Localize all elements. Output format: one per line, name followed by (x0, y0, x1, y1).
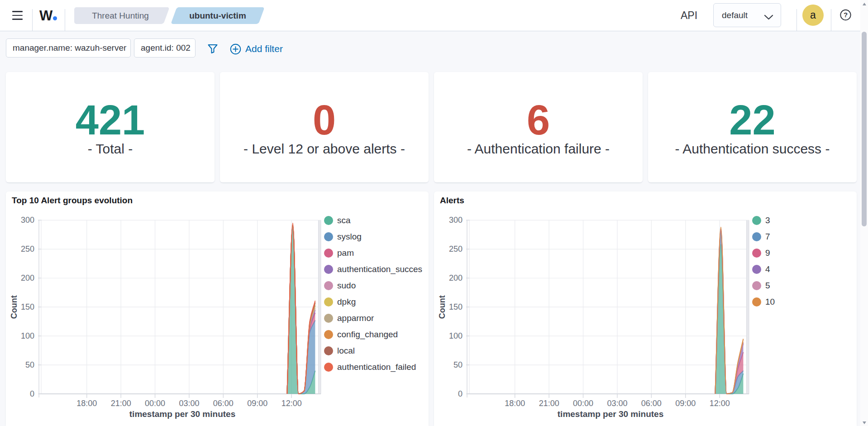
metric-card-auth-failure: 6 - Authentication failure - (434, 72, 643, 182)
legend-dot-icon (324, 363, 333, 372)
metric-label: - Level 12 or above alerts - (220, 141, 429, 157)
legend-label: sca (337, 215, 351, 225)
svg-text:100: 100 (21, 331, 34, 340)
legend-item-7[interactable]: 7 (752, 229, 770, 245)
svg-text:150: 150 (21, 302, 34, 311)
legend-item-sudo[interactable]: sudo (324, 278, 356, 294)
menu-icon[interactable] (10, 8, 25, 24)
svg-text:200: 200 (21, 273, 34, 282)
svg-text:0: 0 (30, 389, 34, 398)
legend-item-3[interactable]: 3 (752, 212, 770, 229)
svg-text:00:00: 00:00 (573, 399, 593, 408)
legend-item-sca[interactable]: sca (324, 212, 351, 229)
svg-text:18:00: 18:00 (505, 399, 525, 408)
legend-item-authentication_failed[interactable]: authentication_failed (324, 359, 416, 375)
scroll-down-icon[interactable] (863, 421, 866, 424)
legend-dot-icon (752, 216, 761, 225)
panel-title: Top 10 Alert groups evolution (12, 196, 133, 206)
add-filter-button[interactable]: Add filter (230, 43, 283, 55)
legend-item-apparmor[interactable]: apparmor (324, 310, 374, 326)
breadcrumb-threat-hunting[interactable]: Threat Hunting (74, 7, 167, 24)
svg-text:00:00: 00:00 (145, 399, 165, 408)
svg-text:300: 300 (449, 215, 463, 225)
api-selector[interactable]: default (713, 3, 781, 27)
panel-alerts: Alerts 05010015020025030018:0021:0000:00… (434, 191, 857, 426)
help-icon[interactable]: ? (839, 9, 852, 22)
svg-text:09:00: 09:00 (675, 399, 696, 408)
svg-text:250: 250 (449, 244, 463, 254)
svg-text:50: 50 (25, 360, 34, 369)
legend-item-local[interactable]: local (324, 343, 355, 359)
legend-item-4[interactable]: 4 (752, 261, 770, 278)
svg-text:Count: Count (438, 295, 447, 319)
legend-dot-icon (324, 330, 333, 339)
logo-dot-icon (53, 16, 57, 20)
legend-item-5[interactable]: 5 (752, 278, 770, 294)
header-divider (831, 9, 831, 31)
legend-label: local (337, 346, 355, 356)
filter-pill-agent-id[interactable]: agent.id: 002 (134, 38, 196, 57)
legend-item-9[interactable]: 9 (752, 245, 770, 261)
legend-label: 5 (765, 281, 770, 291)
app-header: W Threat Hunting ubuntu-victim API defau… (0, 0, 868, 31)
legend-dot-icon (752, 297, 761, 306)
filter-funnel-icon[interactable] (206, 43, 219, 55)
metric-card-total: 421 - Total - (6, 72, 215, 182)
svg-text:timestamp per 30 minutes: timestamp per 30 minutes (129, 409, 235, 419)
metric-card-level12: 0 - Level 12 or above alerts - (220, 72, 429, 182)
metric-label: - Authentication success - (648, 141, 857, 157)
scroll-up-icon[interactable] (863, 3, 866, 5)
legend-dot-icon (752, 265, 761, 274)
svg-text:150: 150 (449, 302, 463, 311)
legend-dot-icon (324, 216, 333, 225)
legend-item-authentication_succes[interactable]: authentication_succes (324, 261, 422, 278)
svg-text:?: ? (844, 11, 848, 19)
avatar[interactable]: a (802, 5, 824, 26)
scrollbar-thumb[interactable] (862, 32, 867, 226)
header-divider (32, 9, 33, 31)
metric-value: 0 (220, 99, 429, 141)
legend-label: 3 (765, 215, 770, 225)
metric-label: - Total - (6, 141, 215, 157)
wazuh-logo[interactable]: W (39, 8, 57, 24)
header-divider (65, 9, 65, 31)
legend-item-dpkg[interactable]: dpkg (324, 294, 356, 310)
svg-text:09:00: 09:00 (247, 399, 267, 408)
svg-text:18:00: 18:00 (76, 399, 97, 408)
legend-label: apparmor (337, 313, 374, 323)
legend-label: 7 (765, 232, 770, 242)
breadcrumb-agent[interactable]: ubuntu-victim (174, 7, 262, 24)
area-chart[interactable]: 05010015020025030018:0021:0000:0003:0006… (6, 191, 429, 426)
svg-text:06:00: 06:00 (213, 399, 234, 408)
legend-item-config_changed[interactable]: config_changed (324, 326, 398, 343)
svg-text:0: 0 (458, 389, 463, 398)
legend-label: 4 (765, 264, 770, 274)
legend-label: authentication_failed (337, 362, 416, 372)
area-chart[interactable]: 05010015020025030018:0021:0000:0003:0006… (434, 191, 857, 426)
legend-item-syslog[interactable]: syslog (324, 229, 362, 245)
page-scrollbar[interactable] (860, 0, 868, 426)
filter-pill-manager-name[interactable]: manager.name: wazuh-server (6, 38, 131, 57)
legend-label: 9 (765, 248, 770, 258)
legend-item-pam[interactable]: pam (324, 245, 354, 261)
svg-text:03:00: 03:00 (179, 399, 199, 408)
chevron-down-icon (764, 14, 773, 20)
legend-dot-icon (324, 265, 333, 274)
svg-text:12:00: 12:00 (710, 399, 730, 408)
legend-dot-icon (752, 281, 761, 290)
svg-text:timestamp per 30 minutes: timestamp per 30 minutes (558, 409, 663, 419)
svg-text:200: 200 (449, 273, 463, 282)
metric-label: - Authentication failure - (434, 141, 643, 157)
svg-text:21:00: 21:00 (111, 399, 131, 408)
legend-dot-icon (324, 346, 333, 355)
legend-label: syslog (337, 232, 362, 242)
panel-alert-groups-evolution: Top 10 Alert groups evolution 0501001502… (6, 191, 429, 426)
svg-text:21:00: 21:00 (539, 399, 559, 408)
legend-dot-icon (752, 249, 761, 258)
legend-label: 10 (765, 297, 775, 307)
legend-item-10[interactable]: 10 (752, 294, 775, 310)
legend-label: sudo (337, 281, 356, 291)
legend-label: authentication_succes (337, 264, 422, 274)
api-label[interactable]: API (681, 10, 697, 22)
metric-card-auth-success: 22 - Authentication success - (648, 72, 857, 182)
